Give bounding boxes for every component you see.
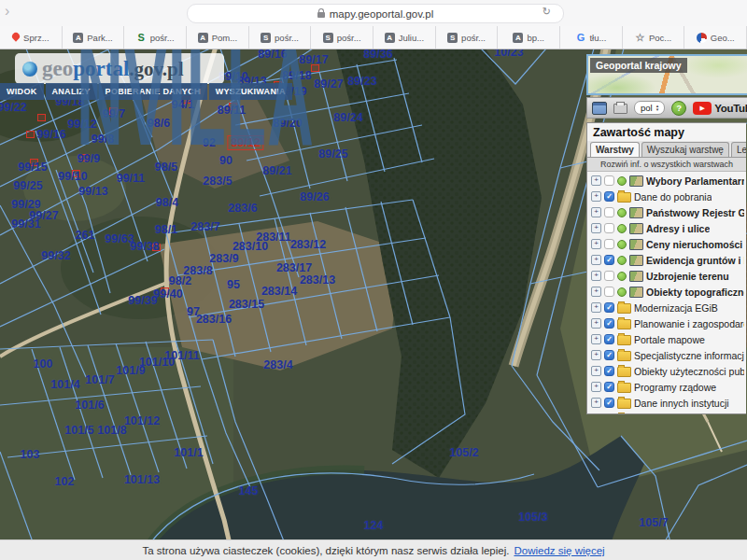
layer-checkbox[interactable]: ✓ [604, 334, 614, 344]
print-icon[interactable] [613, 104, 627, 114]
parcel-label: 283/13 [300, 273, 335, 287]
layer-label: Specjalistyczne informacje geodezyjne [634, 350, 744, 361]
layer-row[interactable]: + Ceny nieruchomości [587, 236, 746, 252]
expand-plus-icon[interactable]: + [591, 366, 601, 376]
map-canvas[interactable]: 99/2299/1894/189/1689/1789/3610/2399/798… [0, 49, 747, 560]
expand-plus-icon[interactable]: + [591, 382, 601, 392]
expand-plus-icon[interactable]: + [591, 239, 601, 249]
folder-icon [617, 303, 631, 314]
menu-widok[interactable]: WIDOK [0, 83, 44, 100]
layer-row[interactable]: + ✓ Ewidencja gruntów i budynków [587, 252, 746, 268]
folder-icon [617, 192, 631, 203]
parcel-label: 99/25 [13, 179, 42, 192]
expand-plus-icon[interactable]: + [591, 191, 601, 202]
layer-checkbox[interactable]: ✓ [604, 366, 614, 376]
tab-legenda[interactable]: Legenda [731, 142, 746, 157]
help-icon[interactable]: ? [671, 101, 686, 116]
tab-label: Pom... [212, 33, 237, 43]
url-bar[interactable]: mapy.geoportal.gov.pl [187, 4, 564, 23]
expand-plus-icon[interactable]: + [591, 398, 601, 408]
layer-checkbox[interactable]: ✓ [604, 350, 614, 360]
expand-plus-icon[interactable]: + [591, 334, 601, 344]
folder-icon [617, 351, 631, 361]
expand-plus-icon[interactable]: + [591, 255, 601, 265]
layer-checkbox[interactable] [604, 239, 614, 249]
reload-icon[interactable]: ↻ [543, 6, 551, 18]
forward-nav-icon[interactable]: › [5, 3, 9, 20]
browser-tab[interactable]: ☆ Poc... [623, 26, 685, 49]
cookie-more-link[interactable]: Dowiedz się więcej [514, 545, 604, 556]
browser-tab[interactable]: A Park... [63, 26, 125, 49]
tab-warstwy[interactable]: Warstwy [590, 142, 640, 157]
sq-favicon-icon: A [385, 33, 395, 43]
browser-tab[interactable]: S pośr... [436, 26, 499, 49]
browser-tab[interactable]: Sprz... [0, 26, 63, 49]
layer-row[interactable]: + Uzbrojenie terenu [587, 268, 746, 284]
layer-row[interactable]: + ✓ Rzeźba terenu [587, 411, 746, 414]
parcel-label: 124 [364, 519, 384, 532]
logo-geo: geo [42, 57, 73, 80]
browser-tab[interactable]: S pośr... [311, 26, 374, 49]
folder-icon [617, 367, 631, 377]
expand-plus-icon[interactable]: + [591, 318, 601, 329]
expand-plus-icon[interactable]: + [591, 271, 601, 281]
layer-checkbox[interactable] [604, 287, 614, 297]
window-icon[interactable] [592, 102, 607, 115]
browser-tab[interactable]: A Juliu... [374, 26, 436, 49]
layer-checkbox[interactable]: ✓ [604, 302, 614, 313]
layer-checkbox[interactable] [604, 175, 614, 186]
expand-plus-icon[interactable]: + [591, 207, 601, 217]
layer-checkbox[interactable]: ✓ [604, 255, 614, 265]
expand-all-layers-link[interactable]: Rozwiń inf. o wszystkich warstwach [587, 158, 746, 172]
layer-row[interactable]: + ✓ Programy rządowe [587, 379, 746, 395]
parcel-label: 99/39 [128, 294, 157, 307]
parcel-label: 283/9 [209, 252, 238, 265]
browser-tab[interactable]: Geo... [684, 26, 747, 49]
layer-checkbox[interactable]: ✓ [604, 382, 614, 392]
tab-wyszukaj-warstwe[interactable]: Wyszukaj warstwę [641, 142, 729, 157]
parcel-label: 89/25 [318, 147, 347, 161]
layer-row[interactable]: + Wybory Parlamentarne 2023 [587, 173, 746, 189]
expand-plus-icon[interactable]: + [591, 413, 601, 414]
folder-icon [617, 383, 631, 393]
layer-checkbox[interactable] [604, 223, 614, 233]
parcel-label: 283/6 [228, 202, 257, 215]
cookie-notice: Ta strona używa ciasteczek (cookies), dz… [0, 539, 747, 560]
geo-favicon-icon [697, 33, 707, 43]
browser-tab[interactable]: A Pom... [187, 26, 249, 49]
expand-plus-icon[interactable]: + [591, 175, 601, 186]
youtube-button[interactable]: ▶ YouTube [693, 102, 747, 115]
layer-checkbox[interactable]: ✓ [604, 318, 614, 329]
layer-checkbox[interactable] [604, 271, 614, 281]
layer-row[interactable]: + ✓ Dane do pobrania [587, 189, 746, 204]
layer-row[interactable]: + ✓ Modernizacja EGiB [587, 300, 746, 315]
layer-row[interactable]: + ✓ Dane innych instytucji [587, 395, 746, 411]
overview-map-thumbnail[interactable]: Geoportal krajowy [586, 54, 747, 95]
expand-plus-icon[interactable]: + [591, 302, 601, 313]
layer-row[interactable]: + Adresy i ulice [587, 220, 746, 236]
layer-row[interactable]: + ✓ Specjalistyczne informacje geodezyjn… [587, 347, 746, 363]
status-dot-icon [617, 224, 627, 233]
layer-checkbox[interactable] [604, 207, 614, 217]
browser-tab[interactable]: A bp... [498, 26, 560, 49]
map-layer-icon [629, 223, 643, 234]
layer-row[interactable]: + ✓ Planowanie i zagospodarowanie przest… [587, 315, 746, 331]
layer-checkbox[interactable]: ✓ [604, 398, 614, 408]
language-select[interactable]: pol ▴▾ [634, 101, 665, 115]
expand-plus-icon[interactable]: + [591, 223, 601, 233]
s-green-favicon-icon: S [136, 33, 147, 43]
layer-row[interactable]: + Obiekty topograficzne (BDOT500) [587, 284, 746, 300]
layer-label: Ewidencja gruntów i budynków [646, 255, 744, 266]
building-marker [26, 131, 35, 138]
layer-row[interactable]: + Państwowy Rejestr Granic [587, 204, 746, 220]
map-layer-icon [629, 239, 643, 250]
layer-checkbox[interactable]: ✓ [604, 413, 614, 414]
browser-tab[interactable]: S pośr... [124, 26, 187, 49]
browser-tab[interactable]: G tłu... [560, 26, 623, 49]
layer-checkbox[interactable]: ✓ [604, 191, 614, 202]
browser-tab[interactable]: S pośr... [249, 26, 312, 49]
expand-plus-icon[interactable]: + [591, 287, 601, 297]
layer-row[interactable]: + ✓ Portale mapowe [587, 331, 746, 347]
expand-plus-icon[interactable]: + [591, 350, 601, 360]
layer-row[interactable]: + ✓ Obiekty użyteczności publicznej [587, 363, 746, 379]
